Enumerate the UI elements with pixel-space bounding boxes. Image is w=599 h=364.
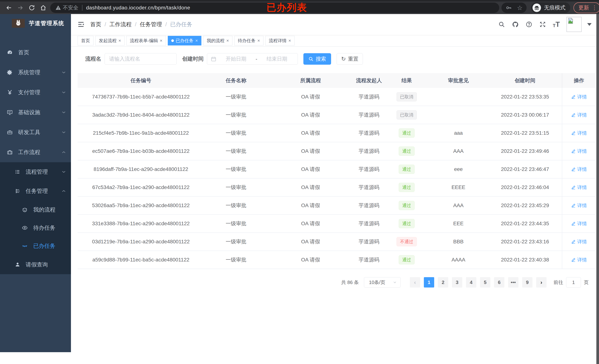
sidebar-item-请假查询[interactable]: 请假查询 bbox=[0, 255, 71, 274]
help-icon[interactable] bbox=[526, 21, 532, 28]
page-size-select[interactable]: 10条/页 bbox=[364, 277, 401, 287]
more-pages-button[interactable]: ••• bbox=[508, 277, 519, 287]
close-icon[interactable]: × bbox=[288, 38, 291, 43]
pen-icon bbox=[571, 167, 576, 172]
page-button-2[interactable]: 2 bbox=[438, 277, 448, 287]
process-name-input[interactable]: 请输入流程名 bbox=[105, 53, 177, 65]
tab-发起流程[interactable]: 发起流程× bbox=[95, 36, 124, 45]
close-icon[interactable]: × bbox=[195, 38, 198, 43]
sidebar-item-待办任务[interactable]: 待办任务 bbox=[0, 219, 71, 237]
github-icon[interactable] bbox=[512, 21, 519, 28]
cell-process: OA 请假 bbox=[268, 238, 353, 245]
cell-created: 2022-01-22 23:53:35 bbox=[488, 94, 562, 100]
omnibox-divider bbox=[82, 5, 82, 11]
annotation-overlay: 已办列表 bbox=[267, 1, 307, 14]
cell-created: 2022-01-22 23:43:16 bbox=[488, 239, 562, 245]
tab-待办任务[interactable]: 待办任务× bbox=[234, 36, 264, 45]
sidebar-item-支付管理[interactable]: 支付管理 bbox=[0, 82, 71, 102]
bookmark-star-icon[interactable]: ☆ bbox=[517, 4, 522, 11]
detail-link[interactable]: 详情 bbox=[571, 112, 587, 118]
detail-link[interactable]: 详情 bbox=[571, 130, 587, 136]
prev-page-button[interactable]: ‹ bbox=[410, 277, 420, 287]
column-header-结果: 结果 bbox=[385, 77, 429, 84]
status-badge: 已取消 bbox=[396, 110, 417, 120]
tab-已办任务[interactable]: 已办任务× bbox=[168, 36, 201, 45]
column-header-任务编号: 任务编号 bbox=[78, 77, 204, 84]
sidebar-item-首页[interactable]: 首页 bbox=[0, 43, 71, 62]
search-icon[interactable] bbox=[498, 21, 505, 28]
cell-actions: 详情 bbox=[562, 88, 596, 106]
page-button-4[interactable]: 4 bbox=[466, 277, 476, 287]
sidebar-item-任务管理[interactable]: 任务管理 bbox=[0, 181, 71, 201]
status-badge: 通过 bbox=[399, 165, 414, 174]
chevron-up-icon bbox=[61, 150, 66, 155]
close-icon[interactable]: × bbox=[160, 38, 162, 43]
browser-home-button[interactable] bbox=[39, 3, 48, 12]
update-button[interactable]: 更新 ⋮ bbox=[573, 2, 599, 13]
detail-link[interactable]: 详情 bbox=[571, 166, 587, 173]
key-icon[interactable] bbox=[505, 4, 512, 11]
next-page-button[interactable]: › bbox=[536, 277, 546, 287]
detail-link[interactable]: 详情 bbox=[571, 148, 587, 154]
tab-流程表单-编辑[interactable]: 流程表单-编辑× bbox=[126, 36, 166, 45]
font-size-icon[interactable]: TT bbox=[553, 21, 560, 28]
update-label: 更新 bbox=[578, 4, 589, 11]
avatar-dropdown-caret[interactable] bbox=[587, 23, 592, 26]
tab-流程详情[interactable]: 流程详情× bbox=[265, 36, 294, 45]
close-icon[interactable]: × bbox=[257, 38, 260, 43]
detail-link[interactable]: 详情 bbox=[571, 221, 587, 227]
goto-page-input[interactable]: 1 bbox=[566, 277, 581, 287]
detail-link[interactable]: 详情 bbox=[571, 184, 587, 191]
date-range-picker[interactable]: 开始日期 - 结束日期 bbox=[207, 53, 298, 65]
browser-menu-icon[interactable]: ⋮ bbox=[592, 5, 597, 10]
breadcrumb-item[interactable]: 首页 bbox=[90, 21, 101, 28]
sidebar-item-已办任务[interactable]: 已办任务 bbox=[0, 237, 71, 255]
incognito-badge: 无痕模式 bbox=[531, 2, 570, 13]
page-button-6[interactable]: 6 bbox=[494, 277, 504, 287]
page-button-1[interactable]: 1 bbox=[424, 277, 434, 287]
status-badge: 通过 bbox=[399, 128, 414, 138]
cell-created: 2022-01-22 23:46:04 bbox=[488, 184, 562, 190]
sidebar-item-工作流程[interactable]: 工作流程 bbox=[0, 142, 71, 162]
page-button-9[interactable]: 9 bbox=[522, 277, 532, 287]
breadcrumb-item[interactable]: 任务管理 bbox=[140, 21, 162, 28]
tab-首页[interactable]: 首页 bbox=[78, 36, 94, 45]
sidebar-item-基础设施[interactable]: 基础设施 bbox=[0, 102, 71, 122]
fullscreen-icon[interactable] bbox=[539, 21, 546, 28]
sidebar-item-系统管理[interactable]: 系统管理 bbox=[0, 62, 71, 82]
start-date-placeholder: 开始日期 bbox=[219, 55, 253, 62]
sidebar-item-我的流程[interactable]: 我的流程 bbox=[0, 201, 71, 219]
search-button[interactable]: 搜索 bbox=[303, 53, 331, 65]
sidebar-item-研发工具[interactable]: 研发工具 bbox=[0, 122, 71, 142]
close-icon[interactable]: × bbox=[118, 38, 121, 43]
browser-back-button[interactable] bbox=[4, 3, 13, 12]
sidebar-logo-row[interactable]: 芋道管理系统 bbox=[0, 14, 71, 33]
status-badge: 通过 bbox=[399, 255, 414, 264]
cell-name: 一级审批 bbox=[204, 111, 268, 118]
collapse-sidebar-icon[interactable] bbox=[77, 21, 85, 28]
cell-id: 3adac3d2-7b9d-11ec-8404-acde48001122 bbox=[78, 112, 204, 118]
column-header-操作: 操作 bbox=[562, 73, 596, 88]
monitor-icon bbox=[7, 109, 13, 115]
avatar[interactable] bbox=[566, 17, 582, 32]
detail-link[interactable]: 详情 bbox=[571, 239, 587, 245]
browser-scrollbar[interactable] bbox=[596, 14, 599, 364]
detail-link[interactable]: 详情 bbox=[571, 257, 587, 263]
reset-button[interactable]: ↻ 重置 bbox=[337, 53, 363, 65]
page-content: 流程名 请输入流程名 创建时间 开始日期 - 结束日期 搜索 ↻ 重置 bbox=[71, 46, 599, 287]
status-badge: 通过 bbox=[399, 147, 414, 156]
sidebar-item-流程管理[interactable]: 流程管理 bbox=[0, 162, 71, 181]
cell-starter: 芋道源码 bbox=[353, 111, 385, 118]
detail-link[interactable]: 详情 bbox=[571, 94, 587, 100]
close-icon[interactable]: × bbox=[226, 38, 229, 43]
cell-opinion: EEE bbox=[429, 221, 488, 227]
browser-forward-button[interactable] bbox=[16, 3, 25, 12]
page-button-5[interactable]: 5 bbox=[480, 277, 490, 287]
tab-我的流程[interactable]: 我的流程× bbox=[203, 36, 232, 45]
detail-label: 详情 bbox=[577, 184, 587, 191]
browser-reload-button[interactable] bbox=[27, 3, 36, 12]
detail-link[interactable]: 详情 bbox=[571, 202, 587, 209]
total-count: 共 86 条 bbox=[341, 279, 359, 286]
page-button-3[interactable]: 3 bbox=[452, 277, 462, 287]
breadcrumb-item[interactable]: 工作流程 bbox=[109, 21, 132, 28]
